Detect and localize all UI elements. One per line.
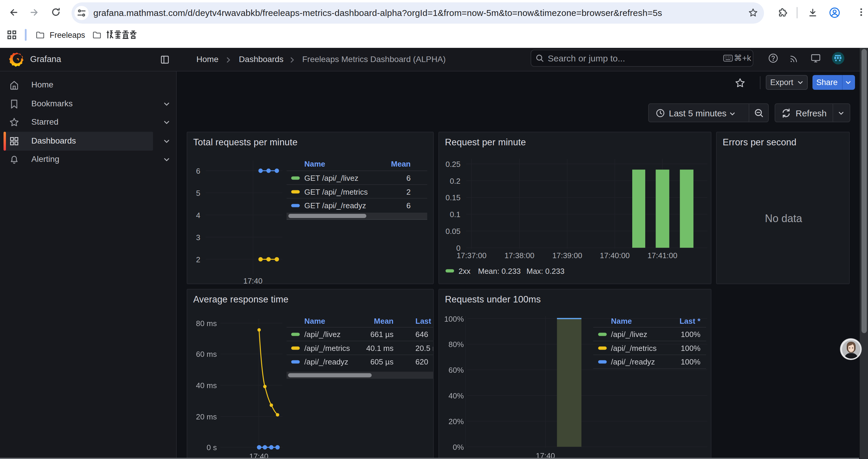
svg-text:Mean: Mean bbox=[374, 317, 394, 326]
svg-text:0 s: 0 s bbox=[207, 443, 217, 452]
svg-text:Last *: Last * bbox=[415, 317, 434, 326]
svg-text:/api/_/readyz: /api/_/readyz bbox=[611, 357, 655, 366]
svg-text:2: 2 bbox=[406, 187, 411, 196]
svg-text:17:37:00: 17:37:00 bbox=[457, 251, 486, 260]
svg-text:5: 5 bbox=[196, 189, 200, 197]
svg-text:Name: Name bbox=[304, 159, 325, 168]
svg-text:100%: 100% bbox=[681, 344, 701, 353]
svg-text:GET /api/_/readyz: GET /api/_/readyz bbox=[304, 201, 366, 210]
svg-text:6: 6 bbox=[196, 166, 200, 175]
svg-text:100%: 100% bbox=[681, 330, 701, 339]
svg-text:40 ms: 40 ms bbox=[196, 381, 217, 390]
svg-text:0.2: 0.2 bbox=[450, 176, 460, 185]
svg-text:Mean: Mean bbox=[391, 159, 411, 168]
svg-text:Max: 0.233: Max: 0.233 bbox=[526, 266, 565, 275]
svg-text:Mean: 0.233: Mean: 0.233 bbox=[478, 266, 521, 275]
svg-text:0.05: 0.05 bbox=[445, 227, 461, 235]
svg-text:GET /api/_/metrics: GET /api/_/metrics bbox=[304, 187, 368, 196]
svg-text:6: 6 bbox=[406, 201, 411, 210]
svg-text:40%: 40% bbox=[448, 391, 464, 400]
svg-text:60 ms: 60 ms bbox=[196, 350, 217, 359]
svg-text:0.15: 0.15 bbox=[445, 193, 461, 202]
svg-text:20%: 20% bbox=[448, 417, 464, 426]
svg-text:/api/_/livez: /api/_/livez bbox=[304, 330, 341, 339]
svg-text:20 ms: 20 ms bbox=[196, 412, 217, 421]
svg-text:0.25: 0.25 bbox=[445, 160, 461, 168]
svg-text:/api/_/metrics: /api/_/metrics bbox=[304, 344, 350, 353]
svg-text:0%: 0% bbox=[453, 443, 464, 452]
svg-text:2: 2 bbox=[196, 255, 200, 264]
svg-text:6: 6 bbox=[406, 173, 411, 182]
svg-text:17:38:00: 17:38:00 bbox=[504, 251, 534, 260]
svg-text:3: 3 bbox=[196, 233, 200, 241]
svg-text:Name: Name bbox=[611, 317, 632, 326]
svg-text:661 µs: 661 µs bbox=[370, 330, 394, 339]
svg-text:80%: 80% bbox=[448, 340, 464, 349]
svg-text:80 ms: 80 ms bbox=[196, 319, 217, 328]
svg-text:17:40:00: 17:40:00 bbox=[600, 251, 629, 260]
svg-text:4: 4 bbox=[196, 210, 200, 220]
svg-text:60%: 60% bbox=[448, 366, 464, 374]
svg-text:605 µs: 605 µs bbox=[370, 357, 394, 366]
svg-text:646: 646 bbox=[415, 330, 428, 339]
svg-text:GET /api/_/livez: GET /api/_/livez bbox=[304, 173, 359, 182]
svg-text:20.5 m: 20.5 m bbox=[415, 344, 434, 353]
svg-text:100%: 100% bbox=[681, 357, 701, 366]
svg-text:17:39:00: 17:39:00 bbox=[552, 251, 582, 260]
svg-text:/api/_/livez: /api/_/livez bbox=[611, 330, 647, 339]
svg-text:/api/_/readyz: /api/_/readyz bbox=[304, 357, 348, 366]
svg-text:/api/_/metrics: /api/_/metrics bbox=[611, 344, 657, 353]
svg-text:2xx: 2xx bbox=[459, 266, 470, 275]
svg-text:17:40: 17:40 bbox=[243, 276, 262, 284]
svg-text:40.1 ms: 40.1 ms bbox=[366, 344, 394, 353]
svg-text:Name: Name bbox=[304, 317, 325, 326]
svg-text:0.1: 0.1 bbox=[450, 210, 460, 219]
svg-text:620: 620 bbox=[415, 357, 428, 366]
svg-text:100%: 100% bbox=[444, 315, 464, 323]
svg-text:Last *: Last * bbox=[680, 317, 701, 326]
svg-text:17:41:00: 17:41:00 bbox=[647, 251, 677, 260]
